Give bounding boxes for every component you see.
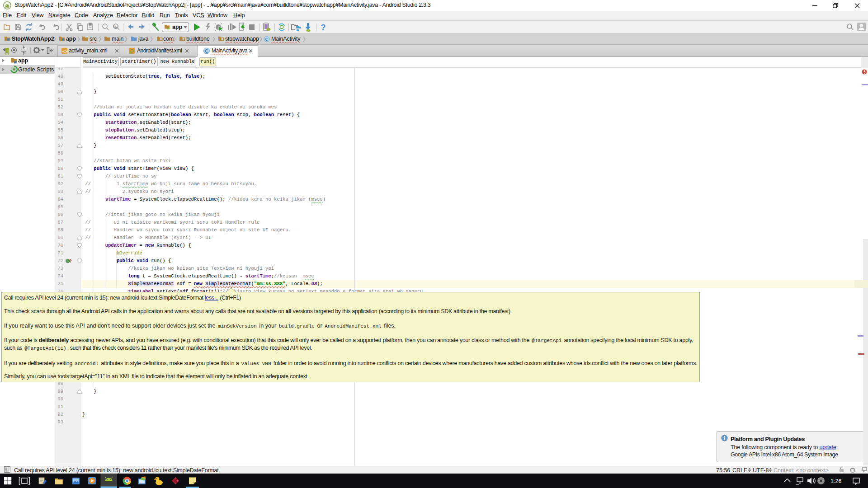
- svg-text:<>: <>: [62, 49, 68, 54]
- svg-text:1:26: 1:26: [830, 478, 841, 484]
- svg-text:A: A: [114, 25, 117, 29]
- svg-text:C: C: [205, 49, 208, 54]
- svg-text:app: app: [172, 24, 183, 30]
- svg-text:?: ?: [321, 23, 326, 32]
- svg-text:C: C: [265, 37, 269, 42]
